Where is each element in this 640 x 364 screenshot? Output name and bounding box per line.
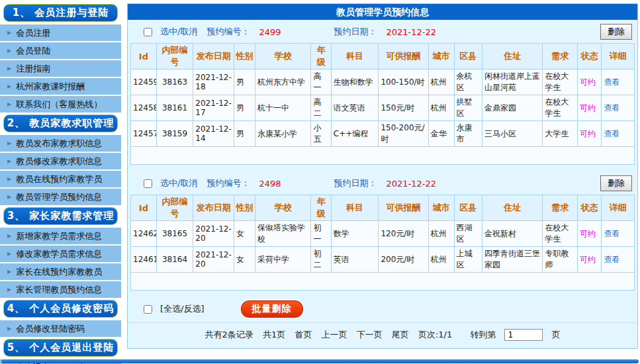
cell-district: 西湖区 xyxy=(454,221,482,247)
view-link[interactable]: 查看 xyxy=(602,69,635,95)
cell-grade: 小五 xyxy=(311,121,331,147)
table-row: 12457 38159 2021-12-14 男 永康某小学 小五 C++编程 … xyxy=(131,121,635,147)
sidebar-item-parent-edit-demand[interactable]: ▶修改家教学员需求信息 xyxy=(0,246,121,262)
col-pay: 可供报酬 xyxy=(379,44,428,69)
last-page-link[interactable]: 尾页 xyxy=(392,330,409,340)
sidebar-item-label: 新增家教学员需求信息 xyxy=(16,230,102,242)
sidebar-item-label: 修改家教学员需求信息 xyxy=(16,248,102,260)
sidebar-item-teacher-book-student[interactable]: ▶教员在线预约家教学员 xyxy=(0,171,121,187)
cell-school: 杭州东方中学 xyxy=(255,69,310,95)
triangle-bullet-icon: ▶ xyxy=(7,326,11,332)
cell-publish-date: 2021-12-14 xyxy=(193,121,234,147)
sidebar-item-teacher-publish[interactable]: ▶教员发布家教求职信息 xyxy=(0,135,121,152)
sidebar-item-contact-us[interactable]: ▶联系我们（客服热线） xyxy=(0,96,121,113)
cell-city: 杭州 xyxy=(428,221,454,247)
sidebar-item-change-password[interactable]: ▶会员修改登陆密码 xyxy=(0,320,121,337)
col-id: Id xyxy=(131,195,157,221)
delete-button[interactable]: 删除 xyxy=(600,24,632,40)
view-link[interactable]: 查看 xyxy=(602,221,635,247)
triangle-bullet-icon: ▶ xyxy=(7,66,11,71)
sidebar: 1、 会员注册与登陆 ▶会员注册 ▶会员登陆 ▶注册指南 ▶杭州家教课时报酬 ▶… xyxy=(0,0,121,364)
cell-address: 三马小区 xyxy=(482,121,543,147)
cell-id: 12461 xyxy=(131,247,157,273)
cell-grade: 高二 xyxy=(311,95,331,121)
view-link[interactable]: 查看 xyxy=(602,247,635,273)
sidebar-item-label: 教员管理学员预约信息 xyxy=(16,191,102,203)
table-header-row: Id 内部编号 发布日期 性别 学校 年级 科目 可供报酬 城市 区县 住址 需… xyxy=(131,195,635,221)
col-city: 城市 xyxy=(428,44,454,69)
footer-bar: [全选/反选] 批量删除 xyxy=(128,296,637,322)
cell-publish-date: 2021-12-17 xyxy=(193,95,234,121)
col-pay: 可供报酬 xyxy=(379,195,428,221)
view-link[interactable]: 查看 xyxy=(602,121,635,147)
next-page-link[interactable]: 下一页 xyxy=(357,330,383,340)
col-internal-no: 内部编号 xyxy=(156,195,193,221)
col-school: 学校 xyxy=(255,195,310,221)
sidebar-item-parent-add-demand[interactable]: ▶新增家教学员需求信息 xyxy=(0,228,121,244)
col-address: 住址 xyxy=(482,44,543,69)
first-page-link[interactable]: 首页 xyxy=(295,330,312,340)
col-subject: 科目 xyxy=(331,195,379,221)
cell-city: 杭州 xyxy=(428,69,454,95)
cell-demand: 在校大学生 xyxy=(543,95,578,121)
sidebar-item-register-guide[interactable]: ▶注册指南 xyxy=(0,60,121,77)
cell-district: 余杭区 xyxy=(454,69,482,95)
sidebar-item-parent-book-teacher[interactable]: ▶家长在线预约家教教员 xyxy=(0,263,121,280)
cell-district: 拱墅区 xyxy=(454,95,482,121)
cell-demand: 在校大学生 xyxy=(543,69,578,95)
record-count: 共有2条记录 xyxy=(205,330,253,340)
view-link[interactable]: 查看 xyxy=(602,95,635,121)
sidebar-item-member-login[interactable]: ▶会员登陆 xyxy=(0,42,121,59)
select-group-checkbox[interactable] xyxy=(144,28,152,36)
cell-city: 杭州 xyxy=(428,247,454,273)
cell-subject: C++编程 xyxy=(331,121,379,147)
booking-no-value: 2498 xyxy=(259,179,281,189)
booking-group-2498: 选中/取消 预约编号： 2498 预约日期： 2021-12-22 删除 Id xyxy=(128,171,637,291)
teacher-table: Id 内部编号 发布日期 性别 学校 年级 科目 可供报酬 城市 区县 住址 需… xyxy=(130,195,635,291)
group-header-bar: 选中/取消 预约编号： 2498 预约日期： 2021-12-22 删除 xyxy=(128,171,637,195)
goto-page-prefix: 转到第 xyxy=(470,330,496,340)
triangle-bullet-icon: ▶ xyxy=(7,141,11,146)
cell-subject: 英语 xyxy=(331,247,379,273)
col-district: 区县 xyxy=(454,195,482,221)
cell-id: 12462 xyxy=(131,221,157,247)
goto-page-input[interactable] xyxy=(504,329,543,341)
cell-gender: 男 xyxy=(234,95,255,121)
cell-district: 永康市 xyxy=(454,121,482,147)
cell-district: 上城区 xyxy=(454,247,482,273)
cell-pay: 150-200元/时 xyxy=(379,121,428,147)
sidebar-item-label: 家长管理教员预约信息 xyxy=(16,284,102,296)
booking-group-2499: 选中/取消 预约编号： 2499 预约日期： 2021-12-22 删除 Id xyxy=(128,20,637,165)
sidebar-item-parent-manage-bookings[interactable]: ▶家长管理教员预约信息 xyxy=(0,281,121,298)
teacher-table: Id 内部编号 发布日期 性别 学校 年级 科目 可供报酬 城市 区县 住址 需… xyxy=(130,43,635,165)
select-all-checkbox[interactable] xyxy=(144,305,152,314)
select-group-checkbox[interactable] xyxy=(144,179,152,188)
cell-subject: 生物和数学 xyxy=(331,69,379,95)
booking-no-label: 预约编号： xyxy=(206,177,250,189)
sidebar-item-tutor-pay[interactable]: ▶杭州家教课时报酬 xyxy=(0,78,121,95)
status-badge: 可约 xyxy=(577,121,602,147)
sidebar-item-label: 杭州家教课时报酬 xyxy=(16,81,85,93)
sidebar-item-teacher-manage-bookings[interactable]: ▶教员管理学员预约信息 xyxy=(0,189,121,205)
col-address: 住址 xyxy=(482,195,543,221)
booking-date-label: 预约日期： xyxy=(334,26,377,38)
sidebar-item-label: 会员注册 xyxy=(16,27,50,39)
goto-page-suffix: 页 xyxy=(551,330,560,340)
cell-internal-no: 38165 xyxy=(156,221,193,247)
col-grade: 年级 xyxy=(311,195,331,221)
cell-internal-no: 38159 xyxy=(156,121,193,147)
delete-button[interactable]: 删除 xyxy=(600,175,632,191)
select-all-label: [全选/反选] xyxy=(160,303,205,315)
prev-page-link[interactable]: 上一页 xyxy=(322,330,347,340)
cell-demand: 大学生 xyxy=(543,121,578,147)
booking-no-label: 预约编号： xyxy=(206,26,250,38)
pagination: 共有2条记录 共1页 首页 上一页 下一页 尾页 页次:1/1 转到第页 xyxy=(128,322,637,348)
sidebar-item-member-register[interactable]: ▶会员注册 xyxy=(0,24,121,41)
page-title: 教员管理学员预约信息 xyxy=(128,4,637,20)
batch-delete-button[interactable]: 批量删除 xyxy=(241,300,303,318)
sidebar-item-teacher-edit[interactable]: ▶教员修改家教求职信息 xyxy=(0,153,121,169)
col-gender: 性别 xyxy=(234,44,255,69)
cell-subject: 数学 xyxy=(331,221,379,247)
status-badge: 可约 xyxy=(577,247,602,273)
sidebar-item-label: 家长在线预约家教教员 xyxy=(16,266,102,278)
